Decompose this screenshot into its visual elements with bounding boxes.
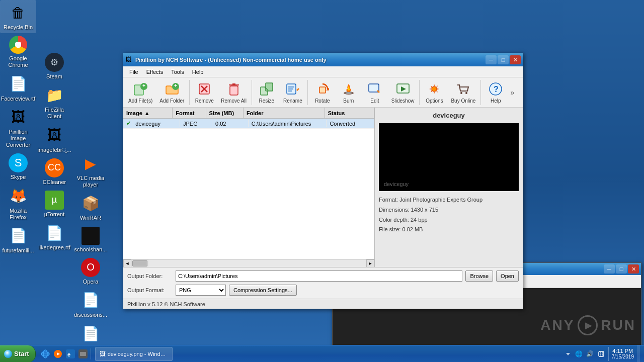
- pixillion-status-bar: Pixillion v 5.12 © NCH Software: [123, 299, 523, 309]
- photo-viewer-minimize[interactable]: ─: [604, 264, 615, 274]
- toolbar-more-btn[interactable]: »: [509, 87, 515, 98]
- show-desktop-button[interactable]: [637, 345, 640, 363]
- menu-tools[interactable]: Tools: [167, 68, 188, 76]
- scroll-thumb[interactable]: [132, 260, 147, 266]
- desktop-icon-imagefebruary[interactable]: 🖼 imagefebrু...: [36, 123, 72, 156]
- quick-launch-media[interactable]: [52, 348, 63, 359]
- desktop-icon-filezilla[interactable]: 📁 FileZilla Client: [36, 82, 72, 122]
- file-list-body: ✓ deviceguy JPEG 0.02 C:\Users\admin\Pic…: [123, 119, 374, 259]
- toolbar-resize[interactable]: Resize: [254, 79, 279, 106]
- toolbar-buy-online[interactable]: Buy Online: [448, 79, 478, 106]
- toolbar-sep-1: [189, 80, 190, 105]
- maximize-button[interactable]: □: [498, 55, 509, 64]
- close-button[interactable]: ✕: [510, 55, 521, 64]
- file-checkbox[interactable]: ✓: [123, 120, 132, 127]
- network-icon[interactable]: 🌐: [575, 350, 583, 358]
- show-hidden-icons[interactable]: [564, 350, 572, 358]
- likedegree-icon: 📄: [44, 223, 64, 243]
- pixillion-icon: 🖼: [8, 107, 28, 127]
- desktop-icon-vlc[interactable]: ▶ VLC media player: [72, 151, 109, 191]
- toolbar-burn[interactable]: Burn: [336, 79, 361, 106]
- desktop-icon-ccleaner[interactable]: CC CCleaner: [36, 156, 72, 188]
- photo-viewer-close[interactable]: ✕: [628, 264, 639, 274]
- svg-text:e: e: [67, 351, 70, 357]
- options-icon: [426, 81, 442, 97]
- desktop-icon-schoolshan[interactable]: schoolshan...: [72, 224, 109, 255]
- quick-launch: e: [38, 348, 91, 359]
- pixillion-title-text: Pixillion by NCH Software - (Unlicensed)…: [135, 57, 484, 63]
- scroll-left-arrow[interactable]: ◄: [123, 259, 131, 267]
- svg-point-23: [345, 92, 352, 94]
- open-button[interactable]: Open: [496, 270, 519, 282]
- col-header-status[interactable]: Status: [325, 108, 374, 118]
- rename-icon: [285, 81, 301, 97]
- toolbar-help[interactable]: ? Help: [483, 79, 508, 106]
- action-center-icon[interactable]: [597, 350, 605, 358]
- utorrent-label: µTorrent: [44, 211, 65, 218]
- start-button[interactable]: Start: [0, 345, 36, 363]
- col-header-folder[interactable]: Folder: [244, 108, 325, 118]
- image-file-size: File size: 0.02 MB: [379, 225, 519, 235]
- desktop-icon-facereview[interactable]: 📄 Facereview.rtf: [0, 71, 36, 105]
- file-size: 0.02: [212, 120, 249, 127]
- output-folder-input[interactable]: [176, 270, 462, 282]
- minimize-button[interactable]: ─: [486, 55, 497, 64]
- media-player-icon: [53, 349, 62, 358]
- horizontal-scrollbar[interactable]: ◄ ►: [123, 259, 374, 267]
- desktop-icon-discussions[interactable]: 📄 discussions...: [72, 288, 109, 321]
- toolbar-slideshow[interactable]: Slideshow: [388, 79, 418, 106]
- desktop-icon-skype[interactable]: S Skype: [0, 151, 36, 183]
- menu-help[interactable]: Help: [188, 68, 208, 76]
- compression-settings-button[interactable]: Compression Settings...: [229, 285, 297, 296]
- toolbar-remove[interactable]: Remove: [192, 79, 217, 106]
- col-header-size[interactable]: Size (MB): [206, 108, 244, 118]
- utorrent-icon: µ: [45, 191, 64, 210]
- clock-date: 7/15/2019: [612, 354, 634, 359]
- volume-icon[interactable]: 🔊: [586, 350, 594, 358]
- steam-icon: ⚙: [45, 53, 64, 72]
- taskbar-item-photo-viewer[interactable]: 🖼 deviceguy.png - Windows...: [95, 347, 173, 361]
- desktop-icon-utorrent[interactable]: µ µTorrent: [36, 188, 72, 220]
- quick-launch-4[interactable]: [77, 348, 89, 359]
- toolbar-add-folder[interactable]: Add Folder: [156, 79, 187, 106]
- table-row[interactable]: ✓ deviceguy JPEG 0.02 C:\Users\admin\Pic…: [123, 119, 374, 129]
- quick-launch-ie[interactable]: [40, 348, 51, 359]
- photo-viewer-maximize[interactable]: □: [616, 264, 627, 274]
- menu-file[interactable]: File: [125, 68, 142, 76]
- toolbar-rename[interactable]: Rename: [280, 79, 305, 106]
- quick-launch-3[interactable]: e: [65, 348, 76, 359]
- discussions-label: discussions...: [74, 312, 107, 318]
- toolbar-edit[interactable]: Edit: [362, 79, 387, 106]
- rotate-icon: [314, 81, 331, 97]
- desktop-icon-steam[interactable]: ⚙ Steam: [36, 50, 72, 82]
- toolbar-remove-all[interactable]: Remove All: [218, 79, 250, 106]
- output-format-select[interactable]: PNG JPEG BMP GIF: [176, 285, 226, 296]
- desktop-icon-pixillion[interactable]: 🖼 Pixillion Image Converter: [0, 105, 36, 151]
- remove-all-label: Remove All: [221, 98, 247, 104]
- col-header-format[interactable]: Format: [173, 108, 206, 118]
- desktop-icon-recycle-bin[interactable]: 🗑 Recycle Bin: [0, 0, 36, 33]
- svg-point-27: [432, 86, 437, 92]
- output-format-label: Output Format:: [127, 287, 173, 293]
- facereview-label: Facereview.rtf: [1, 96, 35, 102]
- taskbar: Start e: [0, 345, 644, 362]
- col-header-image[interactable]: Image ▲: [123, 108, 173, 118]
- toolbar-add-files[interactable]: Add File(s): [125, 79, 155, 106]
- desktop-icon-winrar[interactable]: 📦 WinRAR: [72, 191, 109, 224]
- desktop-icon-opera[interactable]: O Opera: [72, 255, 109, 288]
- resize-label: Resize: [259, 98, 275, 104]
- imagefebruary-icon: 🖼: [44, 125, 64, 145]
- menu-effects[interactable]: Effects: [142, 68, 167, 76]
- toolbar-rotate[interactable]: Rotate: [310, 79, 335, 106]
- desktop-icon-futurefamili[interactable]: 📄 futurefamili...: [0, 223, 36, 256]
- desktop-icon-firefox[interactable]: 🦊 Mozilla Firefox: [0, 184, 36, 223]
- system-clock[interactable]: 4:11 PM 7/15/2019: [612, 348, 634, 359]
- scroll-right-arrow[interactable]: ►: [366, 259, 374, 267]
- schoolshan-icon: [82, 227, 100, 245]
- desktop-icon-likedegree[interactable]: 📄 likedegree.rtf: [36, 220, 72, 253]
- sportmode-icon: 📄: [80, 323, 101, 343]
- desktop-icon-google-chrome[interactable]: Google Chrome: [0, 33, 36, 71]
- toolbar-options[interactable]: Options: [422, 79, 447, 106]
- browse-button[interactable]: Browse: [465, 270, 493, 282]
- desktop: 🗑 Recycle Bin Google Chrome 📄 Facereview…: [0, 0, 644, 362]
